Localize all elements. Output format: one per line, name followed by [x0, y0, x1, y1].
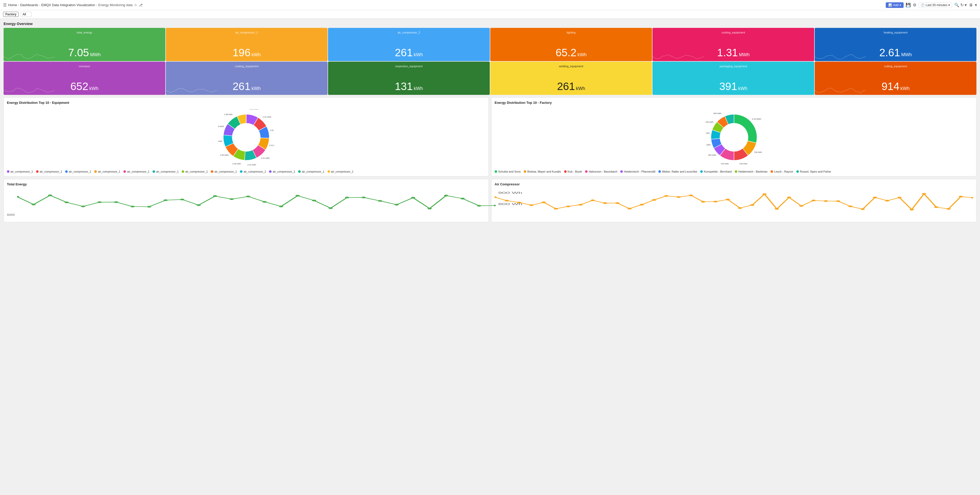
legend-dot: [564, 170, 566, 173]
energy-card-lighting: lighting 65.2kWh: [490, 28, 652, 61]
legend-item: air_compressor_1: [123, 170, 150, 173]
legend-item: air_compressor_1: [269, 170, 295, 173]
legend-label: Kub - Boyle: [568, 170, 582, 173]
legend-label: Halvorson - Baumbach: [589, 170, 617, 173]
chart-dot: [627, 208, 632, 210]
chart-dot: [246, 196, 250, 197]
chart-dot: [81, 206, 85, 208]
chart-dot: [861, 208, 865, 210]
donut-label: 363 kWh: [706, 144, 711, 146]
legend-item: Weber, Ratke and Leuschke: [659, 170, 697, 173]
legend-label: air_compressor_1: [185, 170, 208, 173]
factory-donut-svg: 3.16 MWh726 kWh726 kWh725 kWh363 kWh363 …: [706, 109, 762, 165]
chevron-down-button[interactable]: ▾: [965, 3, 967, 7]
energy-card-coating-equipment: coating_equipment 261kWh: [166, 62, 328, 95]
legend-item: Heidenreich - Pfannerstill: [620, 170, 655, 173]
card-label: air_compressor_2: [332, 31, 486, 34]
chart-dot: [196, 204, 201, 206]
legend-item: Heidenreich - Bashirian: [735, 170, 767, 173]
card-value: 196kWh: [169, 47, 324, 58]
hamburger-icon[interactable]: ☰: [3, 3, 6, 7]
donut-label: 2.00 kWh: [232, 163, 241, 165]
factory-filter-tag[interactable]: Factory: [3, 12, 19, 17]
breadcrumb: Home › Dashboards › EMQX Data Integratio…: [8, 3, 133, 7]
expand-button[interactable]: ▾: [975, 3, 977, 7]
refresh-button[interactable]: ↻: [960, 3, 964, 7]
chart-dot: [701, 201, 705, 203]
donut-label: 2.02 kWh: [249, 109, 258, 110]
line-chart-polyline: [495, 194, 973, 210]
chart-dot: [873, 196, 877, 198]
chart-dot: [897, 197, 902, 199]
chart-dot: [98, 201, 102, 203]
chart-dot: [411, 197, 415, 199]
card-label: heating_equipment: [818, 31, 973, 34]
star-icon[interactable]: ☆: [134, 3, 137, 7]
energy-card-conveyor: conveyor 652kWh: [3, 62, 165, 95]
legend-item: air_compressor_1: [153, 170, 178, 173]
breadcrumb-dashboards[interactable]: Dashboards: [20, 3, 38, 7]
card-value: 131kWh: [332, 81, 486, 92]
card-label: air_compressor_1: [169, 31, 324, 34]
breadcrumb-home[interactable]: Home: [8, 3, 17, 7]
legend-item: air_compressor_1: [240, 170, 266, 173]
chart-dot: [947, 208, 951, 210]
legend-item: air_compressor_1: [94, 170, 120, 173]
legend-dot: [123, 170, 126, 173]
chart-dot: [934, 206, 939, 208]
main-content: Energy Overview total_energy 7.05MWh air…: [0, 19, 980, 225]
chart-dot: [664, 195, 668, 197]
share-icon[interactable]: ⎇: [139, 3, 143, 7]
save-button[interactable]: 💾: [906, 3, 911, 7]
legend-dot: [495, 170, 497, 173]
energy-card-air-compressor-1: air_compressor_1 196kWh: [166, 28, 328, 61]
chart-dot: [640, 204, 644, 206]
chart-dot: [427, 208, 432, 209]
chart-dot: [529, 204, 534, 206]
card-label: cooling_equipment: [656, 31, 811, 34]
legend-label: air_compressor_1: [331, 170, 353, 173]
legend-dot: [328, 170, 330, 173]
settings-button[interactable]: ⚙: [913, 3, 916, 7]
energy-card-cooling-equipment: cooling_equipment 1.31MWh: [652, 28, 814, 61]
chart-dot: [676, 196, 681, 198]
breadcrumb-emqx[interactable]: EMQX Data Integration Visualization: [41, 3, 95, 7]
chart-dot: [554, 208, 558, 210]
time-range-selector[interactable]: 🕐 Last 30 minutes ▾: [918, 2, 952, 8]
add-button[interactable]: 📊 Add ▾: [886, 2, 904, 8]
legend-item: air_compressor_1: [7, 170, 33, 173]
chart-dot: [799, 205, 803, 207]
chart-dot: [395, 204, 399, 206]
tv-button[interactable]: 🖥: [969, 3, 973, 7]
legend-dot: [153, 170, 155, 173]
card-label: total_energy: [7, 31, 162, 34]
donut-label: 1.57 kWh: [236, 109, 245, 110]
legend-dot: [181, 170, 184, 173]
legend-label: air_compressor_1: [69, 170, 91, 173]
card-label: packaging_equipment: [656, 65, 811, 68]
y-axis-label: 800 Wh: [498, 203, 522, 206]
chart-dot: [180, 199, 185, 200]
filterbar: Factory All: [0, 10, 980, 19]
legend-item: Konopelski - Bernhard: [700, 170, 732, 173]
equipment-donut-area: 2.02 kWh2.01 kWh2.01 kWh2.01 kWh2.01 kWh…: [7, 107, 485, 168]
air-compressor-panel: Air Compressor 900 Wh800 Wh: [491, 179, 977, 222]
factory-panel-title: Energy Distribution Top 10 - Factory: [495, 101, 973, 105]
sparkline-svg: [3, 86, 55, 95]
zoom-out-button[interactable]: 🔍: [954, 3, 959, 7]
chart-dot: [329, 208, 333, 209]
legend-dot: [65, 170, 68, 173]
legend-item: Kub - Boyle: [564, 170, 582, 173]
chart-dot: [922, 193, 926, 195]
legend-label: Konopelski - Bernhard: [704, 170, 732, 173]
legend-item: air_compressor_1: [181, 170, 208, 173]
card-label: cutting_equipment: [818, 65, 973, 68]
chart-dot: [345, 196, 349, 198]
donut-label: 363 kWh: [713, 112, 721, 115]
legend-dot: [94, 170, 97, 173]
chart-dot: [262, 201, 267, 203]
all-filter-select[interactable]: All: [21, 12, 32, 17]
card-value: 65.2kWh: [494, 47, 648, 58]
chart-dot: [811, 200, 816, 201]
chart-dot: [615, 202, 619, 204]
